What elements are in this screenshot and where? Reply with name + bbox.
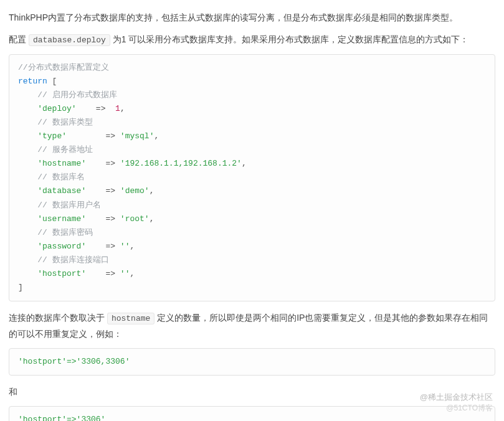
code-key: 'password' xyxy=(18,242,86,251)
code-arrow: => xyxy=(105,159,115,168)
code-block-hostport1[interactable]: 'hostport'=>'3306,3306' xyxy=(9,348,495,376)
code-arrow: => xyxy=(105,214,115,224)
code-punct: , xyxy=(242,159,247,168)
code-block-hostport2[interactable]: 'hostport'=>'3306' xyxy=(9,406,495,421)
text: 为1 可以采用分布式数据库支持。如果采用分布式数据库，定义数据库配置信息的方式如… xyxy=(110,34,469,44)
text: 和 xyxy=(9,387,17,397)
code-comment: // 启用分布式数据库 xyxy=(18,90,117,100)
code-punct: , xyxy=(154,131,159,141)
inline-code-deploy: database.deploy xyxy=(29,34,110,46)
code-comment: // 数据库密码 xyxy=(18,228,93,237)
code-arrow: => xyxy=(96,104,106,113)
code-punct: , xyxy=(150,186,155,196)
paragraph-hostname: 连接的数据库个数取决于 hostname 定义的数量，所以即使是两个相同的IP也… xyxy=(9,310,495,342)
code-arrow: => xyxy=(105,242,115,251)
code-block-main[interactable]: //分布式数据库配置定义 return [ // 启用分布式数据库 'deplo… xyxy=(9,54,495,302)
code-line: 'hostport'=>'3306,3306' xyxy=(18,357,130,366)
code-key: 'database' xyxy=(18,186,86,196)
code-value: '192.168.1.1,192.168.1.2' xyxy=(120,159,242,168)
code-key: 'type' xyxy=(18,131,67,141)
code-arrow: => xyxy=(105,269,115,278)
text: 连接的数据库个数取决于 xyxy=(9,313,107,323)
code-comment: // 数据库连接端口 xyxy=(18,255,109,265)
text: ThinkPHP内置了分布式数据库的支持，包括主从式数据库的读写分离，但是分布式… xyxy=(9,12,458,22)
code-key: 'username' xyxy=(18,214,86,224)
code-key: 'hostport' xyxy=(18,269,86,278)
code-line: 'hostport'=>'3306' xyxy=(18,415,105,421)
code-value: '' xyxy=(120,242,130,251)
code-arrow: => xyxy=(105,186,115,196)
code-keyword: return xyxy=(18,77,47,86)
code-punct: ] xyxy=(18,283,23,292)
code-number: 1 xyxy=(115,104,120,113)
code-key: 'hostname' xyxy=(18,159,86,168)
code-punct: [ xyxy=(47,77,57,86)
code-punct: , xyxy=(130,242,135,251)
paragraph-config: 配置 database.deploy 为1 可以采用分布式数据库支持。如果采用分… xyxy=(9,32,495,47)
code-value: 'mysql' xyxy=(120,131,155,141)
code-comment: // 数据库名 xyxy=(18,173,85,182)
code-punct: , xyxy=(120,104,125,113)
code-arrow: => xyxy=(105,131,115,141)
code-value: 'root' xyxy=(120,214,150,224)
code-comment: //分布式数据库配置定义 xyxy=(18,63,109,72)
code-comment: // 数据库类型 xyxy=(18,118,93,127)
paragraph-and: 和 xyxy=(9,384,495,400)
code-comment: // 服务器地址 xyxy=(18,145,93,154)
code-value: 'demo' xyxy=(120,186,150,196)
code-value: '' xyxy=(120,269,130,278)
code-punct: , xyxy=(150,214,155,224)
code-key: 'deploy' xyxy=(18,104,77,113)
code-punct: , xyxy=(130,269,135,278)
paragraph-intro: ThinkPHP内置了分布式数据库的支持，包括主从式数据库的读写分离，但是分布式… xyxy=(9,10,495,26)
text: 配置 xyxy=(9,34,29,44)
code-comment: // 数据库用户名 xyxy=(18,201,101,210)
inline-code-hostname: hostname xyxy=(107,313,155,324)
